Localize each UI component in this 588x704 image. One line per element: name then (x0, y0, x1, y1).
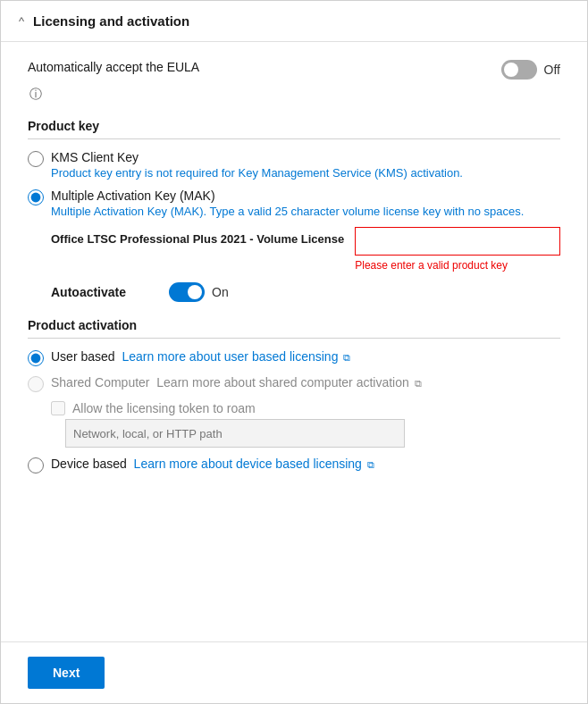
kms-radio-input[interactable] (28, 151, 44, 167)
user-based-radio-input[interactable] (28, 350, 44, 366)
allow-roam-label: Allow the licensing token to roam (72, 401, 256, 415)
autoactivate-label: Autoactivate (51, 285, 158, 299)
autoactivate-toggle-state-label: On (212, 285, 229, 299)
mak-label-main: Multiple Activation Key (MAK) (51, 189, 524, 203)
eula-toggle-area: Off (501, 60, 560, 80)
path-input[interactable] (65, 419, 405, 448)
mak-radio-item: Multiple Activation Key (MAK) Multiple A… (28, 189, 560, 218)
device-based-label-block: Device based Learn more about device bas… (51, 457, 374, 471)
user-based-radio-item: User based Learn more about user based l… (28, 349, 560, 366)
shared-computer-label-block: Shared Computer Learn more about shared … (51, 375, 422, 390)
device-based-radio-input[interactable] (28, 457, 44, 474)
shared-computer-learn-more-link: Learn more about shared computer activat… (156, 375, 409, 390)
eula-toggle[interactable] (501, 60, 537, 80)
product-key-label: Office LTSC Professional Plus 2021 - Vol… (51, 227, 344, 246)
section-header-bar: ^ Licensing and activation (1, 1, 587, 42)
device-based-learn-more-link[interactable]: Learn more about device based licensing (134, 457, 362, 471)
allow-roam-row: Allow the licensing token to roam (51, 401, 560, 415)
autoactivate-toggle[interactable] (169, 282, 205, 302)
product-key-input[interactable] (355, 227, 560, 256)
content-area: Automatically accept the EULA Off ⓘ Prod… (1, 42, 587, 641)
mak-label-desc: Multiple Activation Key (MAK). Type a va… (51, 205, 524, 218)
device-based-radio-item: Device based Learn more about device bas… (28, 457, 560, 474)
eula-label: Automatically accept the EULA (28, 60, 501, 74)
shared-computer-label-main: Shared Computer Learn more about shared … (51, 375, 422, 390)
autoactivate-toggle-slider (169, 282, 205, 302)
mak-label-block: Multiple Activation Key (MAK) Multiple A… (51, 189, 524, 218)
path-input-row (65, 419, 560, 448)
product-key-input-area: Please enter a valid product key (355, 227, 560, 272)
kms-radio-item: KMS Client Key Product key entry is not … (28, 150, 560, 180)
main-window: ^ Licensing and activation Automatically… (0, 0, 588, 704)
autoactivate-toggle-area: On (169, 282, 229, 302)
eula-toggle-state-label: Off (544, 63, 560, 77)
mak-radio-input[interactable] (28, 189, 44, 205)
shared-computer-radio-input[interactable] (28, 376, 44, 392)
eula-toggle-slider (501, 60, 537, 80)
user-based-label-main: User based Learn more about user based l… (51, 349, 350, 364)
eula-row: Automatically accept the EULA Off (28, 60, 560, 80)
kms-label-main: KMS Client Key (51, 150, 463, 164)
autoactivate-row: Autoactivate On (51, 282, 560, 302)
allow-roam-checkbox[interactable] (51, 401, 65, 415)
device-based-link-icon: ⧉ (367, 459, 374, 470)
user-based-link-icon: ⧉ (343, 352, 350, 363)
next-button[interactable]: Next (28, 657, 105, 689)
user-based-label-block: User based Learn more about user based l… (51, 349, 350, 364)
shared-computer-link-icon: ⧉ (415, 378, 422, 389)
product-key-input-row: Office LTSC Professional Plus 2021 - Vol… (51, 227, 560, 272)
shared-computer-radio-item: Shared Computer Learn more about shared … (28, 375, 560, 392)
eula-info-icon[interactable]: ⓘ (29, 87, 42, 103)
user-based-learn-more-link[interactable]: Learn more about user based licensing (122, 349, 338, 364)
footer: Next (1, 641, 587, 703)
section-title: Licensing and activation (33, 13, 189, 29)
collapse-chevron-icon[interactable]: ^ (19, 14, 24, 28)
product-key-error-msg: Please enter a valid product key (355, 259, 560, 272)
product-activation-section-header: Product activation (28, 318, 560, 339)
kms-label-desc: Product key entry is not required for Ke… (51, 166, 463, 180)
product-key-section-header: Product key (28, 119, 560, 139)
kms-label-block: KMS Client Key Product key entry is not … (51, 150, 463, 180)
device-based-label-main: Device based Learn more about device bas… (51, 457, 374, 471)
